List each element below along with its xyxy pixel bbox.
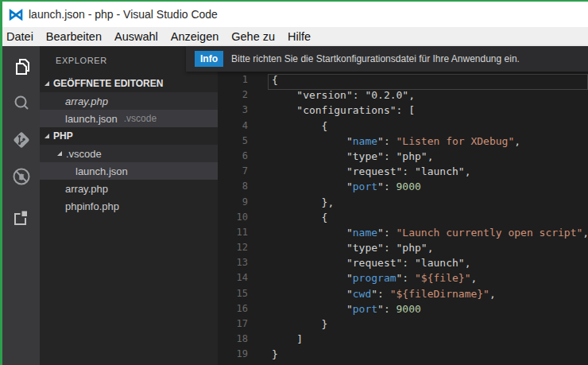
line-number: 8 <box>218 179 248 194</box>
file-item[interactable]: array.php <box>40 92 218 110</box>
code-line: 12 "type": "php", <box>218 240 588 255</box>
menu-bar: DateiBearbeitenAuswahlAnzeigenGehe zuHil… <box>2 27 588 46</box>
line-number: 3 <box>218 103 248 118</box>
code-line: 19} <box>218 347 588 362</box>
line-number: 16 <box>218 301 248 316</box>
notification-toast: Info Bitte richten Sie die Startkonfigur… <box>186 46 588 72</box>
code-line: 15 "cwd": "${fileDirname}", <box>218 286 588 301</box>
code-line: 5 "name": "Listen for XDebug", <box>218 134 588 149</box>
code-line: 6 "type": "php", <box>218 149 588 164</box>
file-item[interactable]: phpinfo.php <box>40 197 218 215</box>
code-line: 10 { <box>218 210 588 225</box>
file-item[interactable]: array.php <box>40 180 218 197</box>
code-line: 17 } <box>218 316 588 332</box>
line-number: 7 <box>218 164 248 179</box>
files-icon[interactable] <box>11 56 32 77</box>
section-header[interactable]: GEÖFFNETE EDITOREN <box>40 75 218 92</box>
code-line: 11 "name": "Launch currently open script… <box>218 225 588 240</box>
file-item[interactable]: .vscode <box>40 145 218 162</box>
code-line: 2 "version": "0.2.0", <box>218 87 588 103</box>
menu-gehe-zu[interactable]: Gehe zu <box>231 30 275 43</box>
chevron-expanded-icon <box>44 81 49 86</box>
line-number: 19 <box>218 347 248 362</box>
sidebar-explorer: EXPLORER GEÖFFNETE EDITORENarray.phplaun… <box>40 46 218 365</box>
code-line: 18 ] <box>218 332 588 347</box>
line-number: 13 <box>218 255 248 270</box>
line-number: 14 <box>218 270 248 285</box>
line-number: 5 <box>218 134 248 149</box>
file-item[interactable]: launch.json.vscode <box>40 110 218 127</box>
menu-bearbeiten[interactable]: Bearbeiten <box>46 30 102 43</box>
debug-icon[interactable] <box>11 166 32 187</box>
activity-bar <box>2 46 40 365</box>
line-number: 18 <box>218 332 248 347</box>
notification-message: Bitte richten Sie die Startkonfiguration… <box>231 53 520 64</box>
code-line: 8 "port": 9000 <box>218 179 588 194</box>
vscode-logo-icon: ⋈ <box>8 6 24 22</box>
code-line: 4 { <box>218 118 588 134</box>
extensions-icon[interactable] <box>11 208 32 228</box>
code-line: 9 }, <box>218 195 588 210</box>
menu-hilfe[interactable]: Hilfe <box>288 30 311 43</box>
window-title: launch.json - php - Visual Studio Code <box>29 8 218 21</box>
source-control-icon[interactable] <box>11 130 32 150</box>
section-header[interactable]: PHP <box>40 127 218 145</box>
info-badge: Info <box>195 51 223 67</box>
line-number: 11 <box>218 225 248 240</box>
code-line: 3 "configurations": [ <box>218 103 588 118</box>
vscode-window: ⋈ launch.json - php - Visual Studio Code… <box>0 0 588 365</box>
line-number: 17 <box>218 316 248 332</box>
menu-auswahl[interactable]: Auswahl <box>114 30 158 43</box>
code-line: 1{ <box>218 72 588 87</box>
line-number: 4 <box>218 118 248 134</box>
search-icon[interactable] <box>11 93 32 114</box>
line-number: 15 <box>218 286 248 301</box>
line-number: 2 <box>218 87 248 103</box>
code-line: 7 "request": "launch", <box>218 164 588 179</box>
chevron-expanded-icon <box>57 151 62 156</box>
menu-anzeigen[interactable]: Anzeigen <box>171 30 219 43</box>
file-item[interactable]: launch.json <box>40 162 218 180</box>
code-line: 13 "request": "launch", <box>218 255 588 270</box>
line-number: 10 <box>218 210 248 225</box>
code-line: 14 "program": "${file}", <box>218 270 588 285</box>
line-number: 9 <box>218 195 248 210</box>
editor[interactable]: 1{2 "version": "0.2.0",3 "configurations… <box>218 46 588 365</box>
menu-datei[interactable]: Datei <box>6 30 33 43</box>
line-number: 1 <box>218 72 248 87</box>
workbench: EXPLORER GEÖFFNETE EDITORENarray.phplaun… <box>2 46 588 365</box>
title-bar: ⋈ launch.json - php - Visual Studio Code <box>2 2 588 27</box>
line-number: 6 <box>218 149 248 164</box>
line-number: 12 <box>218 240 248 255</box>
chevron-expanded-icon <box>44 134 49 138</box>
code-line: 16 "port": 9000 <box>218 301 588 316</box>
